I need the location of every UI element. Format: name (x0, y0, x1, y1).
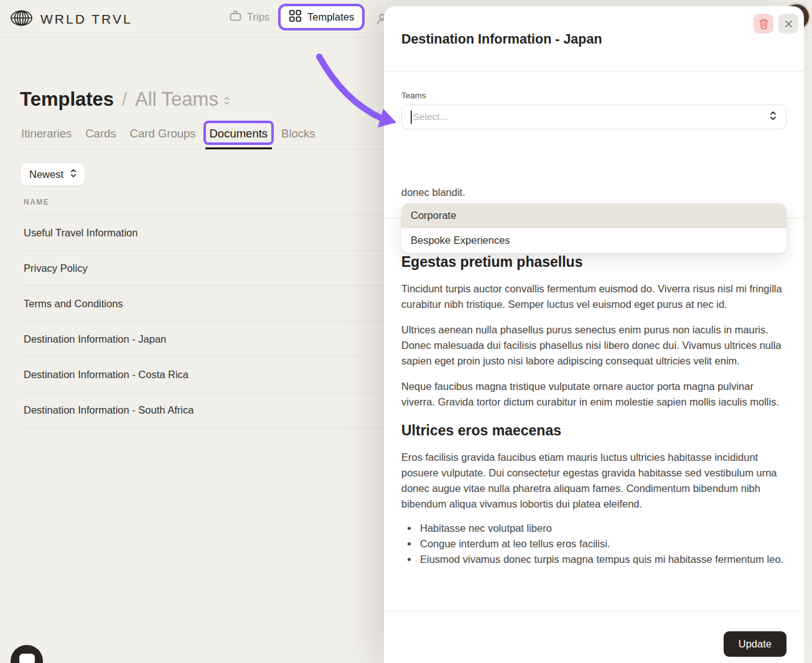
tabs-divider (20, 149, 384, 150)
bullet-list: Habitasse nec volutpat libero Congue int… (401, 521, 786, 567)
document-editor-modal: Destination Information - Japan Teams Se… (384, 6, 804, 663)
close-icon (784, 19, 793, 29)
tab-blocks[interactable]: Blocks (280, 127, 317, 141)
teams-field-label: Teams (401, 72, 786, 100)
paragraph: Tincidunt turpis auctor convallis fermen… (401, 281, 786, 312)
trash-icon (758, 18, 769, 30)
globe-icon (10, 9, 33, 30)
page-title: Templates (20, 88, 114, 111)
table-row[interactable]: Useful Travel Information (20, 215, 384, 251)
chat-widget-button[interactable] (11, 645, 43, 663)
annotation-highlight-box (203, 121, 274, 145)
table-row[interactable]: Destination Information - Japan (20, 322, 384, 357)
tab-cards[interactable]: Cards (84, 127, 117, 141)
brand-name: WRLD TRVL (40, 12, 133, 27)
column-header-name: NAME (20, 198, 384, 206)
tab-itineraries[interactable]: Itineraries (20, 127, 73, 141)
brand-logo[interactable]: WRLD TRVL (10, 9, 133, 30)
modal-body: Teams Select... Corporate Bespoke Experi… (384, 72, 804, 611)
delete-button[interactable] (754, 14, 773, 34)
sort-value: Newest (29, 169, 63, 180)
teams-select[interactable]: Select... (401, 104, 786, 129)
nav-trips-label: Trips (247, 11, 269, 23)
teams-dropdown-menu: Corporate Bespoke Experiences (401, 203, 786, 253)
paragraph: Neque faucibus magna tristique vulputate… (401, 379, 786, 410)
modal-header: Destination Information - Japan (384, 6, 804, 72)
teams-select-placeholder: Select... (413, 111, 770, 123)
section-heading: Ultrices eros maecenas (401, 421, 786, 440)
breadcrumb: Templates / All Teams (20, 88, 230, 111)
update-button[interactable]: Update (724, 631, 786, 657)
chat-icon (19, 654, 35, 663)
tab-card-groups[interactable]: Card Groups (129, 127, 197, 141)
nav-item-templates[interactable]: Templates (278, 4, 365, 30)
section-heading: Egestas pretium phasellus (401, 253, 786, 271)
documents-table: NAME Useful Travel Information Privacy P… (20, 198, 384, 428)
template-type-tabs: Itineraries Cards Card Groups Documents … (20, 127, 317, 141)
table-row[interactable]: Privacy Policy (20, 251, 384, 286)
paragraph: Eros facilisis gravida faucibus etiam ma… (401, 450, 786, 512)
table-row[interactable]: Destination Information - Costa Rica (20, 357, 384, 392)
dropdown-option-corporate[interactable]: Corporate (401, 203, 786, 228)
modal-title: Destination Information - Japan (401, 32, 602, 47)
list-item: Congue interdum at leo tellus eros facil… (418, 536, 786, 552)
breadcrumb-separator: / (122, 90, 127, 110)
close-button[interactable] (778, 14, 798, 34)
grid-icon (289, 9, 302, 25)
table-row[interactable]: Destination Information - South Africa (20, 392, 384, 428)
nav-templates-label: Templates (307, 11, 354, 23)
tab-documents[interactable]: Documents (208, 127, 269, 141)
modal-footer: Update (384, 611, 804, 663)
team-scope-label: All Teams (135, 88, 218, 111)
paragraph: Ultrices aenean nulla phasellus purus se… (401, 322, 786, 369)
list-item: Eiusmod vivamus donec turpis magna tempu… (418, 552, 786, 567)
chevron-sort-icon (223, 88, 230, 111)
team-scope-dropdown[interactable]: All Teams (135, 88, 230, 111)
table-row[interactable]: Terms and Conditions (20, 286, 384, 322)
list-item: Habitasse nec volutpat libero (418, 521, 786, 536)
text-cursor (411, 111, 412, 124)
chevron-sort-icon (70, 168, 77, 181)
chevron-sort-icon (769, 110, 777, 124)
paragraph: donec blandit. (401, 185, 786, 200)
dropdown-option-bespoke-experiences[interactable]: Bespoke Experiences (401, 228, 786, 253)
briefcase-icon (229, 9, 242, 25)
sort-dropdown[interactable]: Newest (20, 162, 85, 186)
nav-item-trips[interactable]: Trips (229, 9, 269, 25)
